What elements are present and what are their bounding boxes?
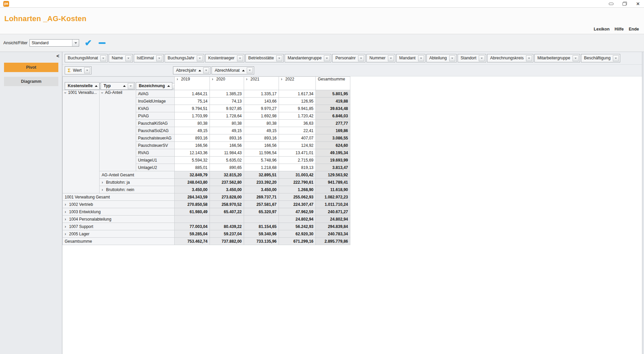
total-cell[interactable]: 6.846,03	[316, 112, 350, 120]
value-cell[interactable]: 9.941,85	[279, 105, 316, 112]
expand-chevron-icon[interactable]: ›	[65, 210, 66, 214]
column-field-abrechmonat[interactable]: AbrechMonat	[212, 66, 254, 74]
filter-field-betriebsst-tte[interactable]: Betriebsstätte	[245, 54, 284, 62]
filter-field-mandantengruppe[interactable]: Mandantengruppe	[285, 54, 331, 62]
value-cell[interactable]: 819,13	[279, 164, 316, 171]
row-field-typ[interactable]: Typ	[101, 82, 135, 90]
value-cell[interactable]	[210, 216, 244, 223]
tab-pivot[interactable]: Pivot	[4, 63, 58, 72]
value-cell[interactable]: 32.849,79	[175, 171, 210, 179]
value-cell[interactable]: 65.407,22	[210, 208, 244, 216]
value-cell[interactable]: 893,16	[210, 134, 244, 142]
total-cell[interactable]: 11.618,90	[316, 186, 350, 193]
column-header-2021[interactable]: ›2021	[244, 77, 279, 90]
value-cell[interactable]: 248.043,80	[175, 179, 210, 186]
summary-label-cell[interactable]: ›1003 Entwicklung	[63, 208, 175, 216]
filter-field-buchungsmonat[interactable]: BuchungsMonat	[65, 54, 108, 62]
row-label-cell[interactable]: RVAG	[136, 149, 174, 157]
field-dropdown-icon[interactable]	[84, 67, 90, 73]
expand-chevron-icon[interactable]: ›	[212, 77, 213, 81]
field-dropdown-icon[interactable]	[128, 83, 134, 89]
value-cell[interactable]: 12.143,36	[175, 149, 210, 157]
expand-chevron-icon[interactable]: ›	[65, 217, 66, 222]
ende-link[interactable]: Ende	[629, 27, 639, 32]
field-dropdown-icon[interactable]	[203, 67, 209, 73]
total-cell[interactable]: 2.895.779,86	[316, 238, 350, 245]
row-label-cell[interactable]: UmlageU1	[136, 157, 174, 164]
value-cell[interactable]: 255.062,93	[279, 193, 316, 201]
value-cell[interactable]: 166,56	[210, 142, 244, 149]
value-cell[interactable]: 32.815,20	[210, 171, 244, 179]
row-field-kostenstelle[interactable]: Kostenstelle	[65, 82, 100, 90]
row-label-cell[interactable]: PauschsteuerSV	[136, 142, 174, 149]
column-header-2019[interactable]: ›2019	[175, 77, 210, 90]
value-cell[interactable]: 11.984,43	[210, 149, 244, 157]
sidebar-collapse-icon[interactable]: <	[56, 53, 59, 59]
field-dropdown-icon[interactable]	[479, 55, 485, 61]
filter-field-name[interactable]: Name	[109, 54, 132, 62]
row-label-cell[interactable]: PauschalsteuerAG	[136, 134, 174, 142]
field-dropdown-icon[interactable]	[324, 55, 330, 61]
value-cell[interactable]: 733.135,96	[244, 238, 279, 245]
value-cell[interactable]: 81.154,65	[244, 223, 279, 230]
filter-field-isteinmal[interactable]: IstEinmal	[134, 54, 164, 62]
expand-chevron-icon[interactable]: ›	[177, 77, 178, 81]
row-label-cell[interactable]: KVAG	[136, 105, 174, 112]
value-cell[interactable]: 49,15	[244, 127, 279, 134]
value-cell[interactable]: 61.980,49	[175, 208, 210, 216]
value-cell[interactable]	[244, 216, 279, 223]
value-cell[interactable]: 36,63	[279, 120, 316, 127]
total-cell[interactable]: 49.195,34	[316, 149, 350, 157]
value-cell[interactable]: 77.003,04	[175, 223, 210, 230]
value-cell[interactable]: 890,65	[210, 164, 244, 171]
field-dropdown-icon[interactable]	[276, 55, 282, 61]
value-cell[interactable]: 9.970,27	[244, 105, 279, 112]
field-dropdown-icon[interactable]	[449, 55, 455, 61]
value-cell[interactable]: 753.462,74	[175, 238, 210, 245]
filter-field-mandant[interactable]: Mandant	[396, 54, 425, 62]
field-dropdown-icon[interactable]	[197, 55, 203, 61]
value-cell[interactable]: 9.794,51	[175, 105, 210, 112]
value-cell[interactable]: 885,01	[175, 164, 210, 171]
value-cell[interactable]: 1.720,42	[279, 112, 316, 120]
value-cell[interactable]: 124,92	[279, 142, 316, 149]
value-cell[interactable]: 59.285,04	[175, 230, 210, 238]
group-cell-typ[interactable]: ›AG-Anteil	[100, 90, 136, 171]
value-cell[interactable]: 22,41	[279, 127, 316, 134]
value-cell[interactable]: 407,07	[279, 134, 316, 142]
restore-button[interactable]	[622, 1, 627, 6]
value-cell[interactable]: 233.392,20	[244, 179, 279, 186]
value-cell[interactable]: 737.882,00	[210, 238, 244, 245]
field-dropdown-icon[interactable]	[358, 55, 364, 61]
value-cell[interactable]: 65.320,97	[244, 208, 279, 216]
value-cell[interactable]: 1.464,21	[175, 90, 210, 98]
filter-field-kostentraeger[interactable]: Kostentraeger	[205, 54, 244, 62]
value-cell[interactable]: 31.003,42	[279, 171, 316, 179]
expand-chevron-icon[interactable]: ›	[102, 180, 103, 185]
value-cell[interactable]: 1.218,68	[244, 164, 279, 171]
value-cell[interactable]: 5.635,02	[210, 157, 244, 164]
hilfe-link[interactable]: Hilfe	[614, 27, 624, 32]
total-cell[interactable]: 240.783,34	[316, 230, 350, 238]
filter-field-abrechnungskreis[interactable]: Abrechnungskreis	[487, 54, 533, 62]
field-dropdown-icon[interactable]	[526, 55, 532, 61]
view-filter-select[interactable]: Standard	[30, 39, 79, 47]
field-dropdown-icon[interactable]	[172, 83, 175, 89]
field-dropdown-icon[interactable]	[418, 55, 424, 61]
value-cell[interactable]: 1.703,99	[175, 112, 210, 120]
value-cell[interactable]: 1.692,98	[244, 112, 279, 120]
value-cell[interactable]: 62.920,30	[279, 230, 316, 238]
value-cell[interactable]: 5.748,96	[244, 157, 279, 164]
expand-chevron-icon[interactable]: ›	[246, 77, 247, 81]
value-cell[interactable]: 80,38	[210, 120, 244, 127]
row-label-cell[interactable]: PauschalSolZAG	[136, 127, 174, 134]
value-cell[interactable]: 24.802,94	[279, 216, 316, 223]
filter-field-standort[interactable]: Standort	[458, 54, 486, 62]
summary-label-cell[interactable]: ›2005 Lager	[63, 230, 175, 238]
value-cell[interactable]: 258.970,52	[210, 201, 244, 208]
total-cell[interactable]: 941.789,41	[316, 179, 350, 186]
field-dropdown-icon[interactable]	[573, 55, 579, 61]
filter-field-besch-ftigung[interactable]: Beschäftigung	[581, 54, 620, 62]
value-field-chip-wert[interactable]: Σ Wert	[65, 66, 92, 74]
close-button[interactable]: ✕	[635, 1, 641, 6]
